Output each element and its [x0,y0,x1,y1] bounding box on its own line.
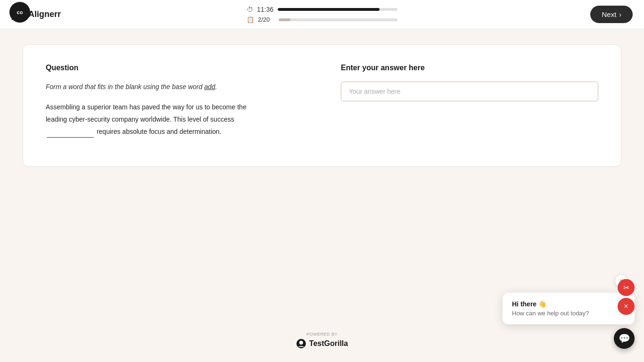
instruction-base-word: add [204,83,215,90]
footer: POWERED BY TestGorilla [296,332,348,349]
question-progress-row: 📋 2/20 [247,16,397,23]
answer-section: Enter your answer here [341,64,598,148]
timer-progress-fill [278,8,380,11]
greeting-emoji: 👋 [538,300,546,308]
chat-scissors-button[interactable]: ✂ [618,279,635,296]
answer-input[interactable] [341,82,598,101]
header-center: ⏱ 11:36 📋 2/20 [247,6,397,23]
testgorilla-logo [296,338,306,349]
timer-row: ⏱ 11:36 [247,6,397,13]
answer-heading: Enter your answer here [341,64,598,72]
question-heading: Question [46,64,303,72]
logo-text: Alignerr [28,9,61,19]
x-icon: × [624,302,628,311]
passage-line1: Assembling a superior team has paved the… [46,103,247,111]
scissors-icon: ✂ [623,283,629,292]
testgorilla-name: TestGorilla [309,339,348,348]
question-count: 2/20 [258,16,275,23]
header: Alignerr ⏱ 11:36 📋 2/20 Next › [0,0,644,29]
passage-line2: leading cyber-security company worldwide… [46,115,234,123]
co-badge-text: co [17,9,23,15]
testgorilla-brand: TestGorilla [296,338,348,349]
instruction-prefix: Form a word that fits in the blank using… [46,83,202,90]
chat-popup: Hi there 👋 How can we help out today? [503,293,635,324]
chat-subtitle: How can we help out today? [512,310,625,317]
svg-point-3 [299,341,303,345]
question-icon: 📋 [247,16,254,23]
instruction-text: Form a word that fits in the blank using… [46,82,303,92]
question-progress-bar [279,18,397,21]
next-button[interactable]: Next › [590,6,633,23]
timer-progress-bar [278,8,397,11]
passage-text: Assembling a superior team has paved the… [46,101,303,138]
main-content: Question Form a word that fits in the bl… [0,29,644,182]
timer-icon: ⏱ [247,6,253,13]
chat-bubble-icon: 💬 [619,333,630,344]
passage-line3: requires absolute focus and determinatio… [97,128,222,135]
chat-greeting: Hi there 👋 [512,300,625,308]
timer-value: 11:36 [257,6,274,13]
greeting-text: Hi there [512,300,537,308]
question-section: Question Form a word that fits in the bl… [46,64,303,148]
co-badge[interactable]: co [9,2,30,23]
chat-x-button[interactable]: × [618,298,635,315]
question-progress-fill [279,18,290,21]
next-button-label: Next [602,10,616,18]
chat-main-button[interactable]: 💬 [614,328,635,349]
question-card: Question Form a word that fits in the bl… [23,44,621,167]
next-chevron-icon: › [619,11,621,18]
powered-by-text: POWERED BY [306,332,338,337]
blank-space [47,125,94,138]
